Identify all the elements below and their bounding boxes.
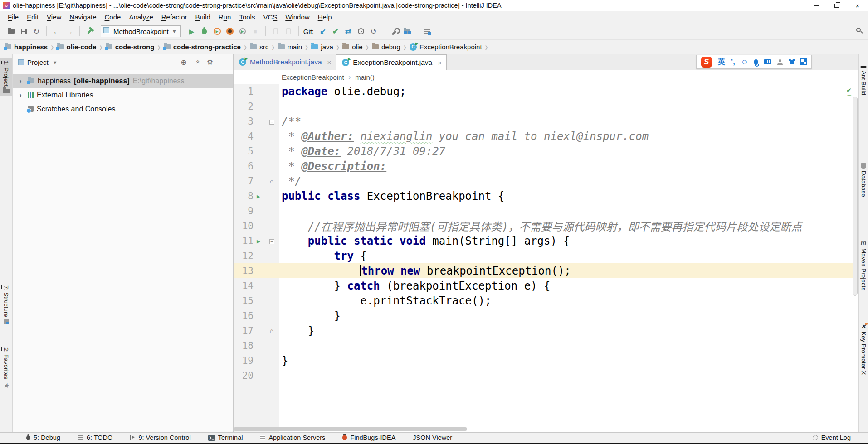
copy-settings-icon[interactable] [421,25,434,38]
stripe-button-database[interactable]: Database [859,161,868,199]
user-account-icon[interactable] [777,59,783,65]
code-line-6[interactable]: 6 * @Description: [234,159,858,174]
profiler-icon[interactable] [224,25,236,38]
gutter[interactable]: 4 [234,129,279,144]
horizontal-scrollbar[interactable] [234,427,467,431]
fold-marker[interactable]: ⌂ [267,326,276,335]
menu-item-navigate[interactable]: Navigate [65,12,100,22]
gutter[interactable]: 16 [234,308,279,323]
line-number[interactable]: 13 [234,265,254,276]
hide-panel-icon[interactable]: — [219,58,229,67]
line-number[interactable]: 15 [234,295,254,306]
coverage-icon[interactable]: ▶ [211,25,224,38]
chevron-down-icon[interactable]: ▼ [53,60,58,65]
menu-item-view[interactable]: View [43,12,65,22]
fold-marker[interactable]: − [267,236,276,245]
gutter[interactable]: 9 [234,203,279,218]
gutter[interactable]: 1 [234,84,279,99]
breadcrumb-item-java[interactable]: java [311,43,333,51]
close-button[interactable]: × [847,0,868,11]
breadcrumb-item-happiness[interactable]: happiness [5,43,48,51]
back-icon[interactable]: ← [50,25,63,38]
code-line-14[interactable]: 14 } catch (breakpointException e) { [234,278,858,293]
fold-close-icon[interactable]: ⌂ [270,327,273,334]
run-config-dropdown[interactable]: MethodBreakpoint▼ [101,25,181,37]
ime-language-mode[interactable]: 英 [718,58,725,66]
gutter[interactable]: 12 [234,248,279,263]
breadcrumb-item-code-strong-practice[interactable]: code-strong-practice [164,43,241,51]
tab-ExceptionBreakpoint.java[interactable]: CExceptionBreakpoint.java× [336,54,447,70]
menu-item-analyze[interactable]: Analyze [125,12,157,22]
gutter[interactable]: 10 [234,218,279,233]
toolbox-icon[interactable] [801,59,807,65]
run-with-profiler-icon[interactable]: ▶ [236,25,249,38]
keyboard-icon[interactable] [764,59,771,64]
gutter[interactable]: 15 [234,293,279,308]
code-line-1[interactable]: 1package olie.debug; [234,84,858,99]
tree-row[interactable]: ›happiness [olie-happiness] E:\git\happi… [13,74,233,88]
code-line-17[interactable]: 17⌂ } [234,323,858,338]
line-number[interactable]: 18 [234,340,254,351]
toolwindow-button-terminal[interactable]: ❯_Terminal [208,434,243,441]
toolwindow-button-6-todo[interactable]: 6: TODO [78,434,113,441]
menu-item-refactor[interactable]: Refactor [157,12,191,22]
toolwindow-button-findbugs-idea[interactable]: FindBugs-IDEA [342,434,395,441]
vertical-scrollbar[interactable] [853,97,858,296]
inspections-ok-icon[interactable]: ✔﹏ [847,87,851,96]
close-icon[interactable]: × [438,59,442,67]
debug-icon[interactable] [198,25,211,38]
git-history-icon[interactable] [355,25,367,38]
tab-MethodBreakpoint.java[interactable]: CMethodBreakpoint.java× [234,54,336,70]
save-icon[interactable] [17,25,30,38]
open-folder-icon[interactable] [5,25,17,38]
gutter[interactable]: 13 [234,263,279,278]
line-number[interactable]: 3 [234,116,254,127]
tree-row[interactable]: ›Scratches and Consoles [13,102,233,116]
menu-item-build[interactable]: Build [191,12,214,22]
locate-file-icon[interactable]: ⊕ [178,58,189,67]
line-number[interactable]: 2 [234,101,254,112]
breadcrumb-item-main[interactable]: main [278,43,302,51]
gutter[interactable]: 20 [234,368,279,383]
line-number[interactable]: 11 [234,236,254,246]
stripe-button-maven-projects[interactable]: mMaven Projects [859,238,868,292]
tree-row[interactable]: ›External Libraries [13,88,233,102]
stripe-button-2-favorites[interactable]: 2: Favorites★ [0,345,12,391]
line-number[interactable]: 12 [234,251,254,261]
microphone-icon[interactable] [754,59,758,65]
menu-item-code[interactable]: Code [101,12,125,22]
menu-item-window[interactable]: Window [281,12,313,22]
menu-item-run[interactable]: Run [215,12,235,22]
run-icon[interactable]: ▶ [185,25,198,38]
fold-marker[interactable]: − [267,117,276,125]
git-update-icon[interactable]: ↙ [317,25,329,38]
fold-close-icon[interactable]: ⌂ [270,178,273,185]
gutter[interactable]: 5 [234,144,279,159]
menu-item-vcs[interactable]: VCS [259,12,281,22]
line-number[interactable]: 8 [234,191,254,202]
code-line-19[interactable]: 19} [234,353,858,368]
stripe-button-key-promoter-x[interactable]: ✕Key Promoter X [859,322,868,376]
menu-item-file[interactable]: File [4,12,23,22]
skin-icon[interactable] [789,59,795,64]
toolwindow-button-9-version-control[interactable]: 9: Version Control [130,434,190,441]
line-number[interactable]: 14 [234,280,254,291]
code-line-8[interactable]: 8▶public class ExceptionBreakpoint { [234,188,858,203]
project-panel-title[interactable]: Project [27,58,49,66]
fold-open-icon[interactable]: − [269,120,274,125]
search-icon[interactable] [856,28,863,35]
git-rollback-icon[interactable]: ↺ [367,25,380,38]
toolwindow-button-json-viewer[interactable]: JSON Viewer [413,434,452,441]
toolwindow-button-application-servers[interactable]: Application Servers [260,434,325,441]
gutter[interactable]: 3− [234,114,279,129]
code-line-5[interactable]: 5 * @Date: 2018/7/31 09:27 [234,144,858,159]
gutter[interactable]: 18 [234,338,279,353]
run-marker[interactable]: ▶ [254,192,263,200]
run-line-icon[interactable]: ▶ [257,193,260,200]
breadcrumb-item-olie-code[interactable]: olie-code [57,43,97,51]
git-commit-icon[interactable]: ✔ [329,25,342,38]
code-line-15[interactable]: 15 e.printStackTrace(); [234,293,858,308]
maximize-button[interactable] [826,0,847,11]
gutter[interactable]: 11▶− [234,233,279,248]
code-line-9[interactable]: 9 [234,203,858,218]
